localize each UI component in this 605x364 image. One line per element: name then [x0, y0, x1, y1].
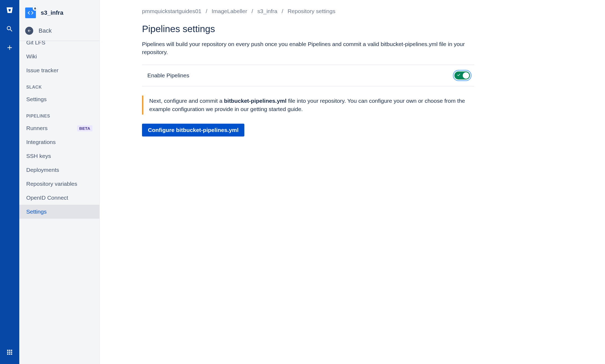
breadcrumb-separator: / — [206, 8, 207, 14]
sidebar-item-label: Runners — [26, 125, 47, 131]
sidebar-item-label: SSH keys — [26, 153, 51, 159]
sidebar-item-label: Repository variables — [26, 181, 77, 187]
enable-pipelines-label: Enable Pipelines — [147, 72, 189, 79]
back-button[interactable]: Back — [19, 24, 99, 41]
page-description: Pipelines will build your repository on … — [142, 40, 474, 56]
breadcrumb-link[interactable]: pmmquickstartguides01 — [142, 8, 201, 14]
breadcrumb-link[interactable]: ImageLabeller — [212, 8, 247, 14]
sidebar-item-runners[interactable]: RunnersBETA — [19, 121, 99, 135]
page-title: Pipelines settings — [142, 24, 589, 34]
sidebar-item-openid-connect[interactable]: OpenID Connect — [19, 191, 99, 205]
sidebar-scroll[interactable]: Git LFSWikiIssue trackerSLACKSettingsPIP… — [19, 41, 99, 364]
sidebar-item-label: Integrations — [26, 139, 56, 145]
sidebar-item-integrations[interactable]: Integrations — [19, 135, 99, 149]
sidebar-item-label: Issue tracker — [26, 67, 58, 74]
sidebar-item-wiki[interactable]: Wiki — [19, 50, 99, 63]
enable-pipelines-toggle[interactable] — [454, 71, 470, 79]
global-nav-rail — [0, 0, 19, 364]
breadcrumb-separator: / — [252, 8, 253, 14]
main-content: pmmquickstartguides01/ImageLabeller/s3_i… — [100, 0, 605, 364]
sidebar-item-ssh-keys[interactable]: SSH keys — [19, 149, 99, 163]
plus-icon[interactable] — [4, 42, 15, 53]
breadcrumb-link[interactable]: Repository settings — [287, 8, 335, 14]
configure-pipelines-button[interactable]: Configure bitbucket-pipelines.yml — [142, 124, 244, 136]
repo-name: s3_infra — [41, 9, 63, 16]
sidebar-item-deployments[interactable]: Deployments — [19, 163, 99, 177]
sidebar-item-repository-variables[interactable]: Repository variables — [19, 177, 99, 191]
banner-text-prefix: Next, configure and commit a — [149, 98, 224, 104]
sidebar-item-label: Git LFS — [26, 41, 45, 46]
sidebar-group-title: SLACK — [19, 77, 99, 92]
sidebar-item-settings[interactable]: Settings — [19, 92, 99, 106]
sidebar-item-git-lfs[interactable]: Git LFS — [19, 41, 99, 50]
breadcrumb-link[interactable]: s3_infra — [257, 8, 278, 14]
enable-pipelines-row: Enable Pipelines — [142, 65, 474, 86]
enable-pipelines-toggle-focus — [453, 70, 472, 81]
back-label: Back — [39, 27, 52, 34]
sidebar-item-label: Settings — [26, 208, 47, 215]
arrow-left-icon — [25, 27, 33, 35]
search-icon[interactable] — [4, 24, 15, 34]
sidebar-item-settings[interactable]: Settings — [19, 205, 99, 219]
sidebar-item-label: Settings — [26, 96, 47, 103]
breadcrumb-separator: / — [282, 8, 283, 14]
checkmark-icon — [457, 73, 461, 78]
sidebar-item-label: OpenID Connect — [26, 195, 68, 201]
sidebar-item-label: Deployments — [26, 167, 59, 173]
toggle-knob — [463, 72, 469, 79]
beta-badge: BETA — [77, 125, 92, 131]
sidebar: s3_infra Back Git LFSWikiIssue trackerSL… — [19, 0, 100, 364]
lock-icon — [33, 6, 38, 11]
repo-code-icon — [25, 7, 36, 18]
configure-info-banner: Next, configure and commit a bitbucket-p… — [142, 96, 474, 115]
sidebar-repo-header[interactable]: s3_infra — [19, 0, 99, 24]
sidebar-item-label: Wiki — [26, 53, 37, 60]
sidebar-group-title: PIPELINES — [19, 106, 99, 121]
breadcrumb: pmmquickstartguides01/ImageLabeller/s3_i… — [142, 8, 589, 14]
apps-grid-icon[interactable] — [4, 347, 15, 358]
banner-text-bold: bitbucket-pipelines.yml — [224, 98, 286, 104]
sidebar-item-issue-tracker[interactable]: Issue tracker — [19, 63, 99, 77]
bitbucket-logo-icon[interactable] — [4, 5, 15, 16]
